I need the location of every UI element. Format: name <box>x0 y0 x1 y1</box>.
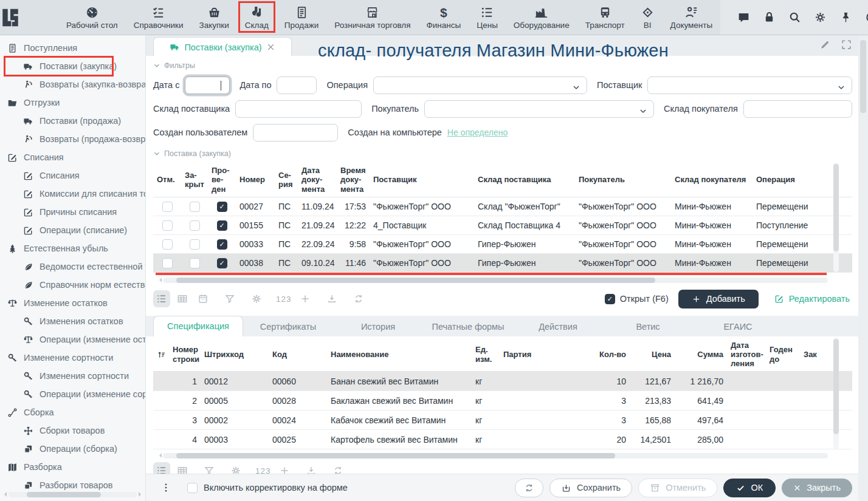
col-shtrihkod[interactable]: Штрихкод <box>201 338 269 371</box>
proved-checkbox[interactable] <box>217 239 227 250</box>
add-button[interactable]: Добавить <box>678 290 759 308</box>
sidebar-item-vedomosti-ubyli[interactable]: Ведомости естественной у <box>0 257 145 276</box>
ok-button[interactable]: ОК <box>723 479 776 497</box>
spec-row-3[interactable]: 3 00002 00024 Кабачок свежий вес Витамин… <box>153 411 852 430</box>
tab-egais[interactable]: ЕГАИС <box>693 317 783 336</box>
col-data-dokumenta[interactable]: Дата доку-мента <box>298 163 337 197</box>
col-nomer[interactable]: Номер <box>236 163 275 197</box>
nav-item-oborudovanie[interactable]: Оборудование <box>506 0 577 35</box>
document-row-00027[interactable]: 00027 ПС 11.09.24 17:53 "ФьюженТорг" ООО… <box>153 197 852 216</box>
col-nomer-stroki[interactable]: Номер строки <box>169 338 201 371</box>
filters-section-toggle[interactable]: Фильтры <box>153 61 852 70</box>
nav-item-prodazhi[interactable]: Продажи <box>277 0 326 35</box>
sidebar-item-razborka-group[interactable]: Разборка <box>0 458 145 476</box>
operation-select[interactable] <box>373 77 587 94</box>
sidebar-item-vozvraty-prodazha[interactable]: Возвраты (продажа-возвра <box>0 130 145 148</box>
sidebar-item-spravochnik-norm[interactable]: Справочник норм естестве <box>0 276 145 294</box>
col-proveden[interactable]: Про-ве-ден <box>208 163 236 197</box>
gear-icon[interactable] <box>814 11 827 24</box>
sidebar-item-operacii-spisanie[interactable]: Операции (списание) <box>0 221 145 239</box>
col-seriya[interactable]: Се-рия <box>275 163 298 197</box>
document-row-00155[interactable]: 00155 ПС 21.09.24 12:22 4_Поставщик Скла… <box>153 216 852 235</box>
sidebar-item-postavki-zakupka[interactable]: Поставки (закупка) <box>0 57 145 75</box>
sort-button[interactable] <box>153 338 169 371</box>
sidebar-item-komissii-spisaniya[interactable]: Комиссии для списания то <box>0 185 145 203</box>
col-postavshchik[interactable]: Поставщик <box>370 163 474 197</box>
col-pokupatel[interactable]: Покупатель <box>575 163 671 197</box>
col-partiya[interactable]: Партия <box>500 338 590 371</box>
col-cena[interactable]: Цена <box>630 338 675 371</box>
scrollbar-thumb[interactable] <box>176 453 615 458</box>
tab-istoriya[interactable]: История <box>333 317 423 336</box>
reload-button[interactable] <box>350 290 367 307</box>
export-button[interactable] <box>323 290 340 307</box>
search-icon[interactable] <box>788 11 801 24</box>
nav-item-transport[interactable]: Транспорт <box>577 0 633 35</box>
scrollbar-thumb[interactable] <box>860 40 866 113</box>
enable-adjustment-checkbox[interactable]: Включить корректировку на форме <box>187 483 348 493</box>
nav-item-spravochniki[interactable]: Справочники <box>126 0 191 35</box>
numbering-button[interactable]: 123 <box>275 290 293 307</box>
tab-pechatnye-formy[interactable]: Печатные формы <box>423 317 513 336</box>
refresh-button[interactable] <box>515 479 543 497</box>
scrollbar-thumb[interactable] <box>176 278 655 283</box>
sidebar-item-sborka-group[interactable]: Сборка <box>0 403 145 421</box>
cancel-button[interactable]: Отменить <box>638 479 717 497</box>
specification-table-horizontal-scrollbar[interactable] <box>163 453 828 458</box>
proved-checkbox[interactable] <box>217 220 227 231</box>
sidebar-item-postupleniya[interactable]: Поступления <box>0 39 145 57</box>
sidebar-item-izmenenie-ostatkov-group[interactable]: Изменение остатков <box>0 294 145 312</box>
col-sklad-postavshchika[interactable]: Склад поставщика <box>474 163 575 197</box>
sidebar-horizontal-scrollbar[interactable] <box>9 492 137 497</box>
closed-checkbox[interactable] <box>190 220 200 231</box>
closed-checkbox[interactable] <box>190 202 200 212</box>
closed-checkbox[interactable] <box>190 239 200 250</box>
window-vertical-scrollbar[interactable] <box>858 35 868 501</box>
col-zakryt[interactable]: За-крыт <box>181 163 208 197</box>
nav-item-bi[interactable]: BI <box>633 0 663 35</box>
close-button[interactable]: Закрыть <box>782 479 852 497</box>
sidebar-item-otgruzki[interactable]: Отгрузки <box>0 94 145 112</box>
filter-button[interactable] <box>221 290 238 307</box>
proved-checkbox[interactable] <box>217 258 227 268</box>
sidebar-item-izmenenie-sortnosti-group[interactable]: Изменение сортности <box>0 349 145 367</box>
col-vremya-dokumenta[interactable]: Время доку-мента <box>337 163 370 197</box>
documents-table-horizontal-scrollbar[interactable] <box>163 278 828 283</box>
pencil-icon[interactable] <box>819 39 831 50</box>
col-ed-izm[interactable]: Ед. изм. <box>472 338 500 371</box>
sidebar-item-spisaniya[interactable]: Списания <box>0 166 145 185</box>
col-summa[interactable]: Сумма <box>675 338 727 371</box>
scrollbar-thumb[interactable] <box>833 339 839 434</box>
document-row-00033[interactable]: 00033 ПС 22.09.24 9:58 "ФьюженТорг" ООО … <box>153 235 852 254</box>
view-grid-button[interactable] <box>174 290 191 307</box>
col-otm[interactable]: Отм. <box>153 163 181 197</box>
clock-arrow-icon[interactable] <box>865 11 868 24</box>
col-sklad-pokupatelya[interactable]: Склад покупателя <box>671 163 753 197</box>
col-naimenovanie[interactable]: Наименование <box>327 338 472 371</box>
spec-row-2[interactable]: 2 00005 00028 Баклажан свежий вес Витами… <box>153 391 852 411</box>
scrollbar-thumb[interactable] <box>833 164 839 251</box>
supplier-warehouse-input[interactable] <box>235 100 362 118</box>
sidebar-item-operacii-izmenenie-ostatkov[interactable]: Операции (изменение оста <box>0 330 145 349</box>
document-row-00038-selected[interactable]: 00038 ПС 09.10.24 11:46 "ФьюженТорг" ООО… <box>153 254 852 273</box>
spec-row-4[interactable]: 4 00003 00025 Картофель свежий вес Витам… <box>153 430 852 449</box>
col-goden-do[interactable]: Годен до <box>766 338 800 371</box>
tab-deystviya[interactable]: Действия <box>513 317 603 336</box>
sidebar-scroll-right-arrow[interactable] <box>139 492 143 497</box>
nav-item-zakupki[interactable]: Закупки <box>191 0 237 35</box>
nav-item-ceny[interactable]: Цены <box>469 0 506 35</box>
date-to-input[interactable] <box>277 77 317 94</box>
doc-section-toggle[interactable]: Поставка (закупка) <box>153 149 852 158</box>
col-kolvo[interactable]: Кол-во <box>590 338 630 371</box>
proved-checkbox[interactable] <box>217 202 227 212</box>
open-f6-checkbox[interactable]: Открыт (F6) <box>605 294 669 304</box>
expand-icon[interactable] <box>841 39 852 50</box>
buyer-warehouse-input[interactable] <box>743 100 852 118</box>
sidebar-item-operacii-izmenenie-sortnosti[interactable]: Операции (изменение сор <box>0 385 145 403</box>
documents-table-vertical-scrollbar[interactable] <box>833 163 839 272</box>
created-by-input[interactable] <box>253 124 338 141</box>
sidebar-item-vozvraty-zakupka[interactable]: Возвраты (закупка-возврат <box>0 75 145 94</box>
nav-item-sklad[interactable]: Склад <box>237 0 277 35</box>
save-button[interactable]: Сохранить <box>549 479 632 497</box>
sidebar-item-operacii-sborka[interactable]: Операции (сборка) <box>0 440 145 458</box>
